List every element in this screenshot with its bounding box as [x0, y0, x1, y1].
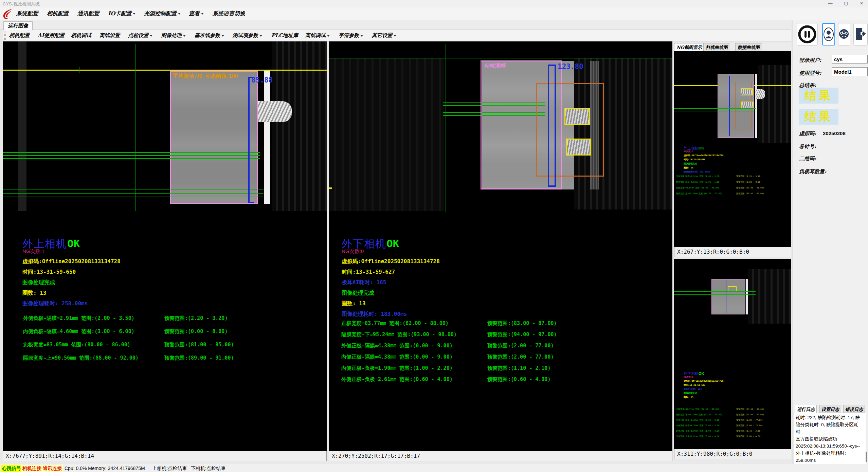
camera-result: OK [386, 237, 399, 250]
tool-spot-check-setting[interactable]: 点检设置 [128, 32, 152, 39]
dropdown-arrow-icon [221, 35, 224, 37]
sidebar: 登录用户: 使用型号: 总结果: 结果 结果 虚拟码: 20250208 卷针号… [793, 20, 868, 472]
tool-plc-address-lib[interactable]: PLC地址库 [271, 32, 298, 39]
tool-camera-config[interactable]: 相机配置 [9, 32, 30, 39]
log-tab-row: 运行日志 设置日志 错误日志 [794, 405, 868, 413]
pixel-coords-readout: X:311;Y:980;R:0;G:0;B:0 [674, 449, 791, 459]
camera-image [170, 71, 258, 204]
tool-other-settings[interactable]: 其它设置 [372, 32, 396, 39]
model-input[interactable] [832, 67, 868, 76]
user-icon [823, 24, 834, 45]
tool-offline-setting[interactable]: 离线设置 [100, 32, 120, 39]
virtual-code-label: 虚拟码: [799, 130, 816, 137]
anode-tab-count-label: 负极耳数量: [799, 168, 827, 175]
tool-test-item-params[interactable]: 测试项参数 [233, 32, 262, 39]
status-bar: 心跳信号 相机连接 通讯连接 Cpu: 0.0% Memory: 3424.41… [0, 464, 868, 472]
tab-error-log[interactable]: 错误日志 [843, 405, 865, 413]
tab-data-curve[interactable]: 数据曲线图 [735, 43, 762, 51]
result-display-2: 结果 [799, 109, 838, 125]
background-stripes [329, 58, 444, 211]
toolbar-grip[interactable] [4, 32, 6, 40]
blue-measure-bar-mini [729, 76, 730, 136]
camera-status-block: 外上相机OK NG次数:1 虚拟码:Offline202502081331347… [22, 237, 121, 307]
menu-io-card-config[interactable]: IO卡配置 [108, 10, 135, 17]
ai-box-label: AI检测框 [484, 62, 506, 70]
measure-green-line [3, 189, 264, 189]
measurement-text: 内侧负极-隔膜=4.60mm 范围:(3.00 - 6.00) [23, 328, 134, 334]
top-green-line [329, 58, 672, 58]
tab-setting-log[interactable]: 设置日志 [819, 405, 841, 413]
lower-camera-view[interactable]: AI检测框 123.80 外下相机OK NG次数:0 虚拟码:Offline20… [329, 41, 672, 451]
exit-button[interactable] [853, 23, 868, 46]
maximize-icon[interactable]: ▢ [840, 0, 852, 7]
tab-run-log[interactable]: 运行日志 [795, 405, 817, 413]
warning-range-text: 预警范围:(2.20 - 3.20) [164, 315, 228, 322]
minimize-icon[interactable]: — [825, 0, 836, 7]
dropdown-arrow-icon [201, 13, 204, 15]
warning-range-text: 预警范围:(81.00 - 85.00) [164, 342, 234, 348]
pixel-coords-readout: X:270;Y:2502;R:17;G:17;B:17 [329, 451, 672, 461]
tab-detect-box-mini [741, 88, 753, 95]
tool-offline-debug[interactable]: 离线调试 [305, 32, 330, 39]
camera-name: 外上相机 [22, 238, 67, 250]
measurement-text: 外侧正极-隔膜=4.38mm 范围:(0.00 - 9.00) [341, 343, 453, 349]
tab-run-image[interactable]: 运行图像 [3, 21, 33, 30]
menu-bar: 系统配置 相机配置 通讯配置 IO卡配置 光源控制配置 查看 系统语言切换 [0, 7, 868, 20]
measure-green-line [3, 158, 260, 159]
ng-snapshot-lower[interactable]: 外下相机OK NG次数:0 虚拟码:Offline202502081331347… [674, 259, 791, 449]
blue-measure-bar [548, 65, 556, 187]
warning-range-text: 预警范围:(2.00 - 77.00) [487, 343, 554, 349]
view-tab-row: 运行图像 [0, 20, 791, 30]
pause-button[interactable] [797, 23, 818, 46]
process-time-line: 图像处理耗时: 258.00ms [22, 300, 121, 307]
tool-ai-use-config[interactable]: AI使用配置 [38, 32, 65, 39]
warning-range-text: 预警范围:(0.00 - 8.00) [164, 328, 228, 335]
close-icon[interactable]: ✕ [856, 0, 867, 7]
background-stripes [272, 41, 327, 211]
blue-measure-bracket [248, 77, 254, 203]
warning-range-text: 预警范围:(83.00 - 87.00) [487, 320, 557, 327]
dropdown-arrow-icon [178, 13, 181, 15]
menu-comm-config[interactable]: 通讯配置 [77, 10, 99, 17]
user-group-button[interactable] [838, 23, 850, 46]
qr-code-label: 二维码: [799, 156, 816, 162]
dropdown-arrow-icon [150, 35, 152, 37]
menu-language-switch[interactable]: 系统语言切换 [213, 10, 245, 17]
measure-value-overlay: 123.80 [558, 62, 583, 71]
measurement-text: 隔膜宽度-下=95.24mm 范围:(93.00 - 98.00) [341, 331, 457, 338]
dropdown-arrow-icon [327, 35, 330, 37]
tab-ng-snapshot[interactable]: NG截图显示 [674, 43, 704, 51]
ng-snapshot-upper[interactable]: 外上相机OK NG次数:1 虚拟码:Offline202502081331347… [674, 51, 791, 247]
tool-image-process[interactable]: 图像处理 [161, 32, 186, 39]
process-time-line: 图像处理耗时: 183.00ms [342, 311, 440, 318]
white-strip [755, 74, 757, 138]
login-user-input[interactable] [832, 55, 868, 63]
log-scrollbar-thumb[interactable] [866, 452, 867, 462]
tool-baseline-params[interactable]: 基准线参数 [195, 32, 224, 39]
background-stripes [748, 269, 791, 324]
measure-value-overlay: 85.88 [251, 76, 273, 84]
camera-link-badge: 相机连接 [21, 465, 43, 472]
upper-camera-view[interactable]: 平均阈值:93, 动态阈值:100 85.88 外上相机OK NG次数:1 虚拟… [3, 41, 327, 451]
tab-line-curve[interactable]: 料线曲线图 [703, 43, 730, 51]
menu-system-config[interactable]: 系统配置 [16, 10, 38, 17]
menu-light-control-config[interactable]: 光源控制配置 [144, 10, 181, 17]
menu-view[interactable]: 查看 [189, 10, 204, 17]
pause-icon [797, 23, 817, 45]
title-bar: CYS-视觉检测系统 — ▢ ✕ [0, 0, 868, 7]
lower-camera-check-text: 下相机:点检结束 [191, 466, 225, 472]
measure-green-line [3, 155, 260, 156]
virtual-code-line: 虚拟码:Offline20250208133134728 [342, 258, 440, 265]
tool-char-params[interactable]: 字符参数 [339, 32, 363, 39]
tool-camera-debug[interactable]: 相机调试 [71, 32, 91, 39]
dropdown-arrow-icon [133, 13, 135, 15]
blue-measure-bar-mini [726, 279, 726, 313]
green-vertical-line [446, 44, 446, 212]
measurement-text: 负极宽度=83.05mm 范围:(80.00 - 86.00) [23, 342, 130, 348]
user-button[interactable] [822, 23, 835, 46]
upper-camera-check-text: 上相机:点检结束 [152, 466, 187, 472]
white-strip [264, 71, 270, 204]
menu-camera-config[interactable]: 相机配置 [47, 10, 69, 17]
virtual-code-value: 20250208 [823, 130, 846, 136]
measure-green-line [3, 152, 260, 153]
